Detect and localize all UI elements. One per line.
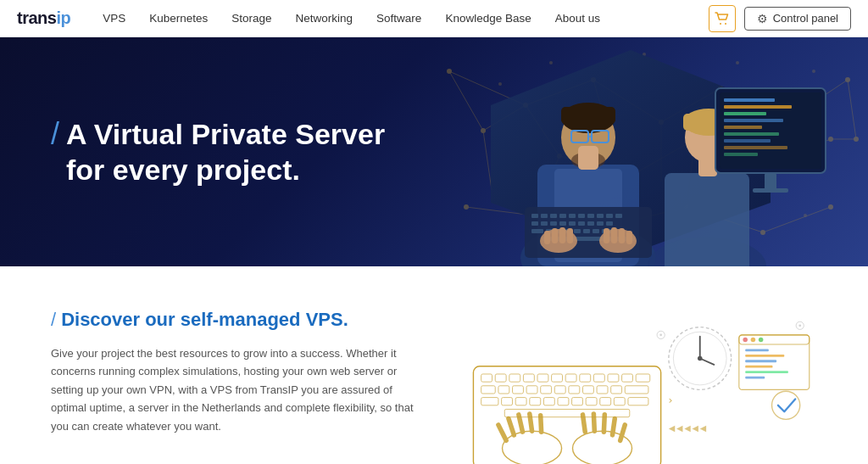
svg-line-174 [582, 415, 585, 432]
svg-rect-80 [606, 214, 613, 218]
svg-rect-66 [561, 107, 615, 124]
control-panel-label: Control panel [773, 12, 838, 25]
lower-illustration: › [458, 309, 817, 464]
svg-rect-106 [604, 228, 609, 243]
svg-rect-143 [636, 374, 650, 382]
svg-rect-73 [541, 214, 548, 218]
svg-rect-146 [513, 386, 524, 394]
svg-rect-86 [569, 221, 576, 226]
svg-rect-161 [572, 398, 583, 405]
svg-rect-148 [541, 386, 552, 394]
nav-item-about-us[interactable]: About us [543, 0, 612, 37]
control-panel-button[interactable]: ⚙ Control panel [744, 7, 851, 31]
svg-rect-81 [615, 214, 622, 218]
svg-rect-128 [765, 173, 776, 190]
svg-rect-135 [523, 374, 534, 382]
svg-rect-102 [544, 231, 550, 244]
svg-rect-90 [606, 221, 613, 226]
svg-rect-140 [593, 374, 604, 382]
svg-rect-89 [597, 221, 604, 226]
svg-rect-109 [626, 231, 632, 244]
hero-section: / A Virtual Private Server for every pro… [0, 37, 868, 266]
svg-rect-130 [720, 92, 821, 169]
nav-item-knowledge-base[interactable]: Knowledge Base [433, 0, 542, 37]
svg-marker-196 [669, 426, 675, 432]
svg-rect-154 [625, 386, 648, 394]
hero-photo-svg [393, 37, 868, 266]
svg-rect-104 [559, 227, 565, 243]
svg-rect-82 [531, 221, 538, 226]
svg-point-0 [720, 23, 721, 25]
lower-description: Give your project the best resources to … [51, 344, 424, 435]
svg-rect-137 [552, 374, 563, 382]
svg-rect-165 [628, 398, 648, 405]
svg-rect-116 [698, 156, 717, 176]
svg-text:›: › [667, 394, 674, 406]
svg-rect-95 [574, 229, 581, 233]
svg-rect-150 [569, 386, 580, 394]
lower-section: / Discover our self-managed VPS. Give yo… [0, 266, 868, 464]
svg-rect-158 [530, 398, 541, 405]
svg-point-205 [798, 324, 801, 327]
hero-content: / A Virtual Private Server for every pro… [0, 116, 436, 188]
svg-rect-132 [481, 374, 492, 382]
svg-rect-72 [531, 214, 538, 218]
hero-image [393, 37, 868, 266]
logo-trans: trans [17, 8, 56, 28]
logo[interactable]: transip [17, 8, 70, 28]
svg-rect-83 [541, 221, 548, 226]
svg-rect-162 [586, 398, 597, 405]
svg-line-175 [593, 414, 594, 431]
svg-rect-91 [531, 229, 543, 233]
svg-rect-74 [550, 214, 557, 218]
logo-ip: ip [56, 8, 70, 28]
nav-item-kubernetes[interactable]: Kubernetes [137, 0, 220, 37]
svg-rect-156 [502, 398, 513, 405]
svg-rect-189 [745, 349, 769, 351]
svg-rect-193 [745, 371, 788, 373]
svg-point-195 [772, 391, 800, 419]
svg-point-186 [743, 338, 748, 343]
svg-line-168 [498, 425, 506, 440]
svg-line-169 [509, 418, 514, 434]
svg-rect-88 [587, 221, 594, 226]
svg-point-188 [759, 338, 764, 343]
svg-rect-75 [559, 214, 566, 218]
svg-rect-145 [498, 386, 509, 394]
svg-rect-138 [565, 374, 576, 382]
svg-rect-79 [597, 214, 604, 218]
nav-item-networking[interactable]: Networking [284, 0, 365, 37]
svg-line-177 [613, 418, 615, 434]
lower-slash-title: / Discover our self-managed VPS. [51, 309, 424, 331]
lower-subtitle: Discover our self-managed VPS. [61, 309, 348, 331]
svg-rect-166 [504, 409, 629, 416]
nav-item-software[interactable]: Software [364, 0, 433, 37]
cart-button[interactable] [709, 5, 736, 32]
svg-line-176 [604, 415, 604, 432]
nav-right: ⚙ Control panel [709, 5, 851, 32]
svg-point-183 [698, 356, 703, 361]
svg-rect-194 [745, 377, 765, 379]
svg-rect-103 [552, 228, 558, 243]
svg-rect-111 [665, 173, 749, 266]
svg-rect-163 [600, 398, 611, 405]
nav-item-storage[interactable]: Storage [220, 0, 283, 37]
gear-icon: ⚙ [757, 12, 768, 25]
illustration-svg: › [458, 309, 817, 464]
svg-rect-141 [608, 374, 619, 382]
svg-line-171 [530, 414, 532, 431]
svg-rect-85 [559, 221, 566, 226]
svg-marker-198 [684, 426, 690, 432]
svg-rect-139 [580, 374, 591, 382]
svg-rect-134 [509, 374, 520, 382]
nav-item-vps[interactable]: VPS [91, 0, 137, 37]
svg-rect-84 [550, 221, 557, 226]
svg-line-172 [541, 416, 542, 432]
svg-rect-152 [597, 386, 608, 394]
svg-rect-76 [569, 214, 576, 218]
svg-marker-199 [693, 426, 698, 432]
svg-rect-151 [582, 386, 593, 394]
svg-rect-133 [495, 374, 506, 382]
hero-title-line2: for every project. [66, 152, 385, 188]
svg-rect-77 [578, 214, 585, 218]
